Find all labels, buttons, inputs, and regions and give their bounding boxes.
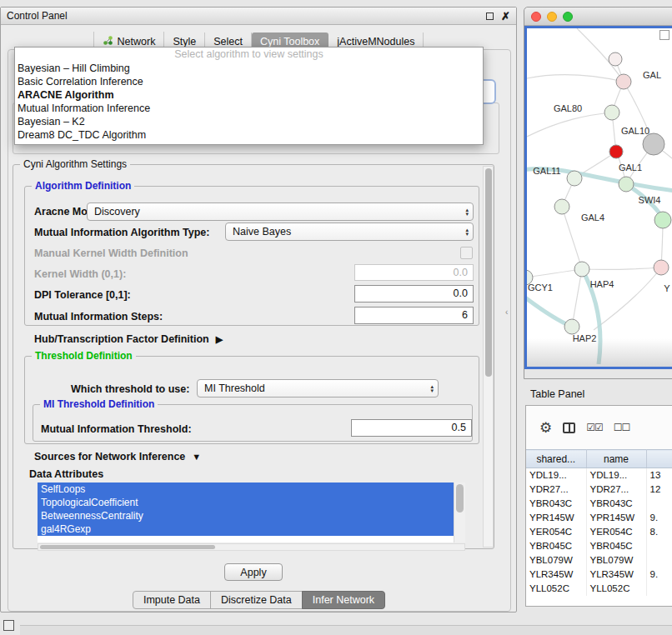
data-attributes-label: Data Attributes [29,468,103,480]
settings-scrollbar[interactable] [483,166,494,548]
network-node[interactable] [619,177,634,192]
network-node[interactable] [564,319,579,334]
attributes-horizontal-scrollbar[interactable] [38,543,465,551]
table-row[interactable]: YLL052CYLL052C [526,582,672,596]
bottom-tab-discretize-data[interactable]: Discretize Data [210,591,303,609]
network-canvas[interactable]: GALGAL80GAL10GAL11GAL1SWI4GAL4GCY1HAP4HA… [524,26,672,369]
table-cell: 9. [646,511,672,525]
status-bar [20,625,672,635]
bottom-tab-impute-data[interactable]: Impute Data [133,591,211,609]
network-node[interactable] [609,52,622,66]
sources-disclosure[interactable]: Sources for Network Inference ▼ [34,451,201,462]
table-row[interactable]: YBR045CYBR045C [526,539,672,553]
table-column-header[interactable]: name [586,450,646,468]
table-cell: 9. [646,568,672,582]
bottom-tab-infer-network[interactable]: Infer Network [302,591,385,609]
node-label-gal: GAL [643,70,661,80]
algorithm-option-bayesian-k2[interactable]: Bayesian – K2 [15,115,483,128]
algorithm-option-bayesian-hill-climbing[interactable]: Bayesian – Hill Climbing [15,62,483,75]
columns-icon[interactable] [563,422,575,433]
zoom-traffic-light-icon[interactable] [563,12,573,22]
table-cell: YLL052C [526,582,586,596]
network-node[interactable] [654,212,671,228]
table-cell: YER054C [526,525,586,539]
hub-definition-label: Hub/Transcription Factor Definition [34,333,209,345]
attributes-horizontal-scrollbar-thumb[interactable] [40,545,215,549]
node-label-hap2: HAP2 [573,333,597,343]
attributes-vertical-scrollbar[interactable] [454,482,465,542]
node-label-gal10: GAL10 [621,126,649,136]
table-cell: YDR27... [586,482,646,497]
dpi-tolerance-field[interactable]: 0.0 [354,285,474,302]
apply-button[interactable]: Apply [224,563,283,581]
table-row[interactable]: YBL079WYBL079W [526,553,672,568]
table-cell: YPR145W [526,511,586,525]
float-window-icon[interactable] [486,12,494,20]
control-panel-titlebar[interactable]: Control Panel ✗ [1,8,516,25]
minimized-panel-icon[interactable] [3,620,14,631]
unchecked-boxes-icon[interactable]: ☐☐ [614,422,630,433]
aracne-mode-value: Discovery [94,206,140,218]
algorithm-option-mutual-information-inference[interactable]: Mutual Information Inference [15,102,483,115]
attribute-item-gal4rgexp[interactable]: gal4RGexp [38,522,454,536]
combo-arrows-icon: ▴▾ [430,384,434,392]
network-node[interactable] [643,133,664,155]
minimize-traffic-light-icon[interactable] [547,12,557,22]
dpi-tolerance-label: DPI Tolerance [0,1]: [34,289,131,301]
collapse-down-icon: ▼ [192,452,201,462]
network-node[interactable] [616,74,631,89]
algorithm-dropdown-popup: Select algorithm to view settings Bayesi… [14,47,484,145]
kernel-width-field[interactable]: 0.0 [354,264,474,281]
table-cell: YBR043C [586,497,646,511]
mi-steps-field[interactable]: 6 [354,307,474,324]
checked-boxes-icon[interactable]: ☑☑ [586,422,603,433]
network-node[interactable] [609,145,623,158]
attribute-item-betweennesscentrality[interactable]: BetweennessCentrality [38,509,454,522]
gear-icon[interactable]: ⚙ [539,419,552,437]
table-row[interactable]: YLR345WYLR345W9. [526,568,672,582]
network-node[interactable] [604,105,619,120]
network-node[interactable] [574,262,589,277]
which-threshold-value: MI Threshold [204,382,265,394]
settings-scrollbar-thumb[interactable] [485,168,492,377]
tab-label: Cyni Toolbox [260,36,319,48]
tab-label: Style [173,36,196,48]
aracne-mode-select[interactable]: Discovery ▴▾ [87,202,474,221]
network-node-labels: GALGAL80GAL10GAL11GAL1SWI4GAL4GCY1HAP4HA… [528,70,670,343]
table-cell: 8. [646,525,672,539]
table-cell [646,497,672,511]
table-row[interactable]: YPR145WYPR145W9. [526,511,672,525]
hub-definition-disclosure[interactable]: Hub/Transcription Factor Definition ▶ [34,333,223,345]
table-cell: YLL052C [586,582,646,596]
control-panel-title: Control Panel [7,10,68,22]
table-cell: YBR045C [586,539,646,553]
table-row[interactable]: YBR043CYBR043C [526,497,672,511]
combo-arrows-icon: ▴▾ [465,228,469,236]
canvas-corner-box[interactable] [659,30,669,40]
algorithm-option-aracne-algorithm[interactable]: ARACNE Algorithm [15,88,483,102]
manual-kernel-checkbox[interactable] [460,247,473,259]
mi-threshold-field[interactable]: 0.5 [351,419,472,437]
attribute-item-selfloops[interactable]: SelfLoops [38,482,454,496]
algorithm-option-dream8-dc-tdc-algorithm[interactable]: Dream8 DC_TDC Algorithm [15,128,483,142]
table-row[interactable]: YDR27...YDR27...12 [526,482,672,497]
tab-label: jActiveMNodules [337,36,414,48]
attribute-item-topologicalcoefficient[interactable]: TopologicalCoefficient [38,496,454,509]
network-node[interactable] [554,199,569,214]
close-icon[interactable]: ✗ [501,11,510,22]
which-threshold-select[interactable]: MI Threshold ▴▾ [197,379,439,398]
table-column-header[interactable]: shared... [526,450,586,468]
close-traffic-light-icon[interactable] [531,12,541,22]
panel-splitter-handle[interactable]: ‹ [505,308,511,318]
table-row[interactable]: YER054CYER054C8. [526,525,672,539]
network-node[interactable] [654,260,669,275]
network-node[interactable] [567,171,582,186]
data-attributes-list[interactable]: SelfLoopsTopologicalCoefficientBetweenne… [38,482,465,542]
algorithm-option-basic-correlation-inference[interactable]: Basic Correlation Inference [15,75,483,88]
network-window-titlebar[interactable] [524,8,672,26]
mi-type-select[interactable]: Naive Bayes ▴▾ [225,222,474,241]
table-column-header[interactable] [646,450,672,468]
node-label-y: Y [664,283,670,293]
table-row[interactable]: YDL19...YDL19...13 [526,468,672,482]
attributes-vertical-scrollbar-thumb[interactable] [456,484,464,512]
